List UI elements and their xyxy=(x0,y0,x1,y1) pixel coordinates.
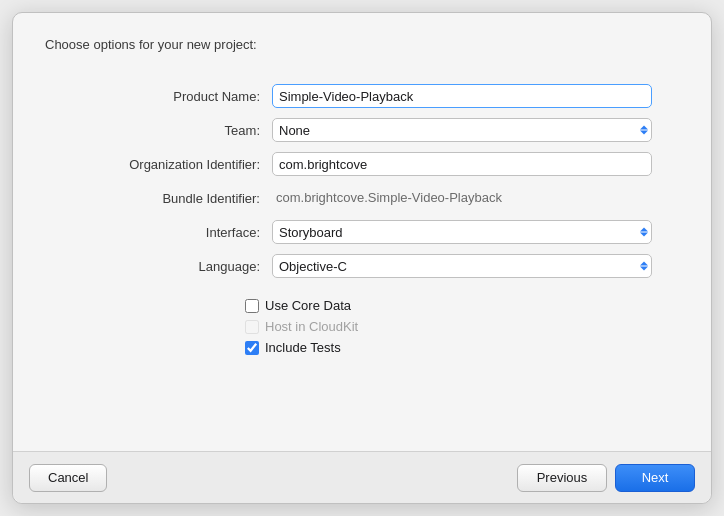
checkboxes-area: Use Core Data Host in CloudKit Include T… xyxy=(245,298,711,355)
language-select-container: Objective-C xyxy=(272,254,652,278)
footer-right: Previous Next xyxy=(517,464,695,492)
bundle-identifier-row: Bundle Identifier: com.brightcove.Simple… xyxy=(72,186,652,210)
footer-left: Cancel xyxy=(29,464,107,492)
team-select[interactable]: None xyxy=(272,118,652,142)
dialog-title: Choose options for your new project: xyxy=(45,37,679,52)
new-project-dialog: Choose options for your new project: Pro… xyxy=(12,12,712,504)
product-name-input[interactable] xyxy=(272,84,652,108)
org-identifier-input[interactable] xyxy=(272,152,652,176)
product-name-label: Product Name: xyxy=(72,89,272,104)
language-row: Language: Objective-C xyxy=(72,254,652,278)
use-core-data-label: Use Core Data xyxy=(265,298,351,313)
cancel-button[interactable]: Cancel xyxy=(29,464,107,492)
team-label: Team: xyxy=(72,123,272,138)
use-core-data-checkbox[interactable] xyxy=(245,299,259,313)
product-name-row: Product Name: xyxy=(72,84,652,108)
previous-button[interactable]: Previous xyxy=(517,464,607,492)
use-core-data-row: Use Core Data xyxy=(245,298,711,313)
dialog-footer: Cancel Previous Next xyxy=(13,451,711,503)
org-identifier-label: Organization Identifier: xyxy=(72,157,272,172)
interface-select[interactable]: Storyboard xyxy=(272,220,652,244)
team-row: Team: None xyxy=(72,118,652,142)
form-area: Product Name: Team: None Organi xyxy=(45,84,679,355)
language-select[interactable]: Objective-C xyxy=(272,254,652,278)
org-identifier-row: Organization Identifier: xyxy=(72,152,652,176)
interface-row: Interface: Storyboard xyxy=(72,220,652,244)
bundle-identifier-label: Bundle Identifier: xyxy=(72,191,272,206)
host-in-cloudkit-label: Host in CloudKit xyxy=(265,319,358,334)
language-label: Language: xyxy=(72,259,272,274)
interface-label: Interface: xyxy=(72,225,272,240)
include-tests-checkbox[interactable] xyxy=(245,341,259,355)
dialog-content: Choose options for your new project: Pro… xyxy=(13,13,711,451)
team-select-container: None xyxy=(272,118,652,142)
next-button[interactable]: Next xyxy=(615,464,695,492)
host-in-cloudkit-row: Host in CloudKit xyxy=(245,319,711,334)
interface-select-container: Storyboard xyxy=(272,220,652,244)
include-tests-row: Include Tests xyxy=(245,340,711,355)
bundle-identifier-value: com.brightcove.Simple-Video-Playback xyxy=(272,186,652,210)
include-tests-label: Include Tests xyxy=(265,340,341,355)
host-in-cloudkit-checkbox[interactable] xyxy=(245,320,259,334)
